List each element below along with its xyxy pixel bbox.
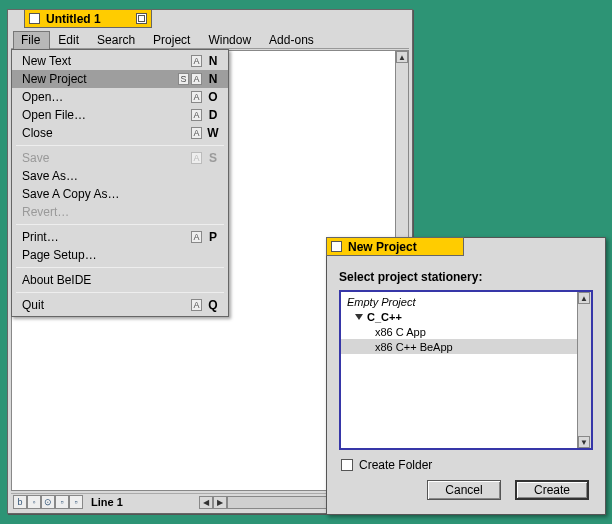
new-project-dialog: New Project Select project stationery: E… xyxy=(326,237,606,515)
menu-item[interactable]: Save As… xyxy=(12,167,228,185)
checkbox-icon[interactable] xyxy=(341,459,353,471)
zoom-icon[interactable] xyxy=(136,13,147,24)
menu-item-label: Page Setup… xyxy=(22,248,220,262)
status-icon-5[interactable]: ▫ xyxy=(69,495,83,509)
checkbox-label: Create Folder xyxy=(359,458,432,472)
tree-row-label: Empty Project xyxy=(347,296,415,308)
cancel-button[interactable]: Cancel xyxy=(427,480,501,500)
menu-item[interactable]: QuitAQ xyxy=(12,296,228,314)
tree-row-label: x86 C App xyxy=(375,326,426,338)
editor-titlebar[interactable]: Untitled 1 xyxy=(24,9,152,28)
tree-row-label: C_C++ xyxy=(367,311,402,323)
create-button[interactable]: Create xyxy=(515,480,589,500)
menu-item[interactable]: Print…AP xyxy=(12,228,228,246)
close-icon[interactable] xyxy=(29,13,40,24)
menu-item-label: Quit xyxy=(22,298,191,312)
menubar: File Edit Search Project Window Add-ons xyxy=(11,31,409,49)
menu-item-label: Save As… xyxy=(22,169,220,183)
menu-addons[interactable]: Add-ons xyxy=(261,31,324,49)
menu-item[interactable]: Page Setup… xyxy=(12,246,228,264)
menu-window[interactable]: Window xyxy=(200,31,261,49)
menu-item[interactable]: CloseAW xyxy=(12,124,228,142)
dialog-buttons: Cancel Create xyxy=(339,480,593,500)
menu-item-label: New Project xyxy=(22,72,178,86)
menu-item-label: Print… xyxy=(22,230,191,244)
dialog-title-text: New Project xyxy=(348,240,417,254)
status-icon-1[interactable]: b xyxy=(13,495,27,509)
close-icon[interactable] xyxy=(331,241,342,252)
tree-row[interactable]: x86 C App xyxy=(341,324,577,339)
window-title: Untitled 1 xyxy=(46,12,101,26)
file-menu-dropdown: New TextANNew ProjectSANOpen…AOOpen File… xyxy=(11,49,229,317)
tree-row[interactable]: C_C++ xyxy=(341,309,577,324)
menu-item[interactable]: New TextAN xyxy=(12,52,228,70)
menu-item[interactable]: Open File…AD xyxy=(12,106,228,124)
menu-search[interactable]: Search xyxy=(89,31,145,49)
status-icons: b ◦ ⊙ ▫ ▫ xyxy=(11,495,85,509)
status-icon-4[interactable]: ▫ xyxy=(55,495,69,509)
menu-item-label: Save A Copy As… xyxy=(22,187,220,201)
status-line: Line 1 xyxy=(85,496,129,508)
menu-item[interactable]: About BeIDE xyxy=(12,271,228,289)
scroll-left-icon[interactable]: ◀ xyxy=(199,496,213,509)
dialog-titlebar[interactable]: New Project xyxy=(326,237,464,256)
menu-item[interactable]: Open…AO xyxy=(12,88,228,106)
dialog-body: Select project stationery: Empty Project… xyxy=(339,266,593,504)
status-icon-3[interactable]: ⊙ xyxy=(41,495,55,509)
menu-item-label: Save xyxy=(22,151,191,165)
tree-row[interactable]: Empty Project xyxy=(341,294,577,309)
menu-item-label: Open File… xyxy=(22,108,191,122)
menu-item[interactable]: New ProjectSAN xyxy=(12,70,228,88)
status-icon-2[interactable]: ◦ xyxy=(27,495,41,509)
menu-item-label: About BeIDE xyxy=(22,273,220,287)
menu-item: Revert… xyxy=(12,203,228,221)
scroll-down-icon[interactable]: ▼ xyxy=(578,436,590,448)
stationery-tree: Empty ProjectC_C++x86 C Appx86 C++ BeApp… xyxy=(339,290,593,450)
tree-vertical-scrollbar[interactable]: ▲ ▼ xyxy=(577,292,591,448)
dialog-prompt: Select project stationery: xyxy=(339,270,593,284)
menu-item-label: Open… xyxy=(22,90,191,104)
tree-row[interactable]: x86 C++ BeApp xyxy=(341,339,577,354)
tree-content[interactable]: Empty ProjectC_C++x86 C Appx86 C++ BeApp xyxy=(341,292,577,448)
scroll-up-icon[interactable]: ▲ xyxy=(396,51,408,63)
menu-file[interactable]: File xyxy=(13,31,50,49)
expand-arrow-icon[interactable] xyxy=(355,314,363,320)
create-folder-checkbox[interactable]: Create Folder xyxy=(341,458,593,472)
menu-project[interactable]: Project xyxy=(145,31,200,49)
scroll-up-icon[interactable]: ▲ xyxy=(578,292,590,304)
menu-edit[interactable]: Edit xyxy=(50,31,89,49)
menu-item: SaveAS xyxy=(12,149,228,167)
scroll-right-icon[interactable]: ▶ xyxy=(213,496,227,509)
tree-row-label: x86 C++ BeApp xyxy=(375,341,453,353)
menu-item-label: Revert… xyxy=(22,205,220,219)
menu-item-label: Close xyxy=(22,126,191,140)
menu-item-label: New Text xyxy=(22,54,191,68)
menu-item[interactable]: Save A Copy As… xyxy=(12,185,228,203)
